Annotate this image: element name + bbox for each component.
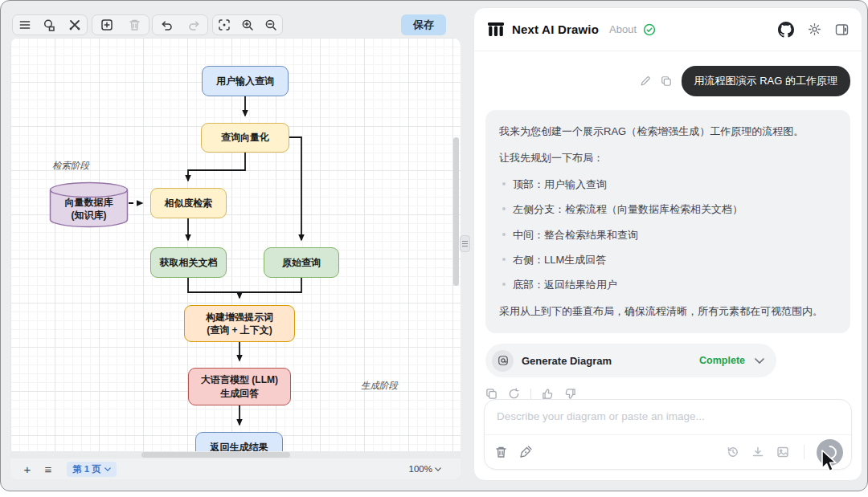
assistant-plan-heading: 让我先规划一下布局：	[499, 150, 837, 166]
app-title: Next AI Drawio	[512, 22, 599, 36]
image-icon[interactable]	[776, 446, 789, 458]
clear-chat-icon[interactable]	[495, 446, 507, 458]
page-chevron-icon	[104, 467, 111, 471]
plan-item: 顶部：用户输入查询	[499, 177, 837, 193]
app-logo-icon	[487, 22, 505, 38]
github-icon[interactable]	[778, 22, 794, 38]
add-page-icon[interactable]: +	[17, 462, 38, 476]
plan-item: 左侧分支：检索流程（向量数据库检索相关文档）	[499, 202, 837, 218]
shapes-icon[interactable]	[39, 15, 61, 35]
add-node-icon[interactable]	[96, 15, 118, 35]
canvas-vertical-scrollbar[interactable]	[453, 38, 459, 447]
collapse-panel-icon[interactable]	[835, 23, 849, 36]
chat-thread: 用流程图演示 RAG 的工作原理 我来为您创建一个展示RAG（检索增强生成）工作…	[474, 51, 862, 400]
edit-message-icon[interactable]	[640, 75, 651, 87]
tool-call-card[interactable]: Generate Diagram Complete	[485, 344, 776, 377]
diagram-canvas[interactable]: 检索阶段 生成阶段 用户输入查询 查询向量化 向量数据库 (知识库) 相似度检索…	[10, 38, 461, 479]
download-icon[interactable]	[751, 446, 764, 458]
retrieval-phase-label: 检索阶段	[52, 160, 89, 172]
actions-divider	[530, 389, 531, 400]
node-original-query[interactable]: 原始查询	[264, 247, 339, 278]
user-message-row: 用流程图演示 RAG 的工作原理	[485, 66, 850, 96]
zoom-in-icon[interactable]	[236, 15, 259, 35]
prompt-input[interactable]	[485, 400, 851, 435]
toolbar-group-zoom	[212, 14, 283, 35]
app-window: 保存 检索阶段 生成阶段 用户输入查询	[0, 0, 868, 491]
copy-message-icon[interactable]	[661, 75, 672, 87]
menu-icon[interactable]	[14, 15, 36, 35]
chevron-down-icon[interactable]	[755, 358, 764, 364]
thumbs-down-icon[interactable]	[564, 388, 576, 400]
zoom-level-select[interactable]: 100%	[409, 464, 441, 474]
node-llm[interactable]: 大语言模型 (LLM) 生成回答	[188, 368, 291, 405]
redo-icon[interactable]	[182, 15, 205, 35]
copy-response-icon[interactable]	[485, 388, 497, 400]
undo-icon[interactable]	[155, 15, 178, 35]
panel-resize-handle[interactable]	[460, 235, 470, 252]
toolbar-group-history	[152, 14, 208, 35]
node-vector-db[interactable]: 向量数据库 (知识库)	[49, 181, 129, 228]
assistant-plan-list: 顶部：用户输入查询 左侧分支：检索流程（向量数据库检索相关文档） 中间：整合检索…	[499, 177, 837, 293]
fit-view-icon[interactable]	[213, 15, 235, 35]
zoom-level-value: 100%	[409, 464, 432, 474]
history-icon[interactable]	[727, 446, 739, 458]
toolbar-group-main	[12, 14, 88, 35]
panel-header: Next AI Drawio About	[474, 8, 862, 51]
thumbs-up-icon[interactable]	[542, 388, 554, 400]
page-tab-label: 第 1 页	[72, 463, 101, 475]
regenerate-icon[interactable]	[508, 388, 520, 400]
badge-check-icon	[643, 23, 656, 36]
assistant-message-bubble: 我来为您创建一个展示RAG（检索增强生成）工作原理的流程图。 让我先规划一下布局…	[485, 110, 850, 333]
composer-divider	[804, 445, 805, 459]
toolbar-group-edit	[92, 14, 149, 35]
tool-call-label: Generate Diagram	[522, 355, 612, 367]
chat-panel: Next AI Drawio About	[473, 7, 862, 481]
node-vectorize[interactable]: 查询向量化	[201, 123, 289, 153]
page-tab[interactable]: 第 1 页	[67, 462, 117, 477]
plan-item: 右侧：LLM生成回答	[499, 252, 837, 268]
tool-status-badge: Complete	[699, 355, 745, 366]
save-button[interactable]: 保存	[401, 14, 446, 35]
diagram-edges	[10, 38, 461, 479]
node-build-prompt[interactable]: 构建增强提示词 (查询 + 上下文)	[184, 305, 295, 342]
assistant-outro: 采用从上到下的垂直布局，确保流程清晰，所有元素都在可视范围内。	[499, 303, 837, 320]
pager-bar: + ≡ 第 1 页 100%	[10, 458, 461, 479]
assistant-intro: 我来为您创建一个展示RAG（检索增强生成）工作原理的流程图。	[499, 124, 837, 140]
delete-icon[interactable]	[124, 15, 146, 35]
zoom-chevron-icon	[435, 467, 441, 471]
pages-menu-icon[interactable]: ≡	[38, 462, 59, 476]
plan-item: 底部：返回结果给用户	[499, 277, 837, 293]
zoom-out-icon[interactable]	[260, 15, 282, 35]
tools-icon[interactable]	[63, 15, 86, 35]
node-vector-db-label: 向量数据库 (知识库)	[49, 191, 129, 226]
node-get-docs[interactable]: 获取相关文档	[150, 247, 227, 278]
composer	[484, 399, 852, 470]
composer-toolbar	[485, 434, 851, 469]
pen-icon[interactable]	[519, 446, 532, 458]
response-actions	[485, 388, 850, 400]
canvas-horizontal-scrollbar[interactable]	[10, 451, 461, 458]
node-user-input[interactable]: 用户输入查询	[202, 66, 289, 96]
settings-icon[interactable]	[808, 22, 821, 36]
generate-tool-icon	[492, 350, 514, 372]
user-message-bubble: 用流程图演示 RAG 的工作原理	[682, 66, 850, 96]
plan-item: 中间：整合检索结果和查询	[499, 227, 837, 243]
about-link[interactable]: About	[609, 23, 637, 35]
generation-phase-label: 生成阶段	[361, 380, 398, 392]
node-similarity-search[interactable]: 相似度检索	[150, 188, 227, 218]
mouse-cursor	[821, 450, 840, 477]
